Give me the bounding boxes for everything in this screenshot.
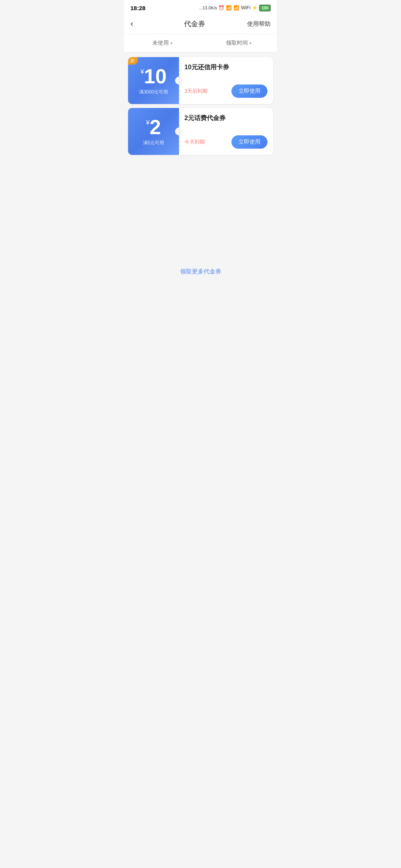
time-filter-chevron: ▾ <box>249 41 251 45</box>
coupon-amount-1: ¥ 10 <box>141 66 167 86</box>
coupon-condition-2: 满5元可用 <box>143 140 164 146</box>
coupon-title-1: 10元还信用卡券 <box>184 63 267 72</box>
status-time: 18:28 <box>130 5 145 11</box>
page-header: ‹ 代金券 使用帮助 <box>124 14 277 34</box>
coupon-currency-1: ¥ <box>141 68 144 75</box>
bottom-link-container: 领取更多代金券 <box>124 256 277 287</box>
status-filter[interactable]: 未使用 ▾ <box>124 40 200 47</box>
coupon-left-2: ¥ 2 满5元可用 <box>128 108 179 155</box>
wifi-icon: 📶 <box>233 5 239 11</box>
battery-indicator: 100 <box>259 5 271 11</box>
signal-icon: 📶 <box>226 5 232 11</box>
get-more-coupons-link[interactable]: 领取更多代金券 <box>180 268 221 275</box>
coupon-expire-2: 今天到期 <box>184 138 205 146</box>
coupon-bottom-1: 3天后到期 立即使用 <box>184 84 267 98</box>
coupon-right-1: 10元还信用卡券 3天后到期 立即使用 <box>179 57 273 104</box>
coupon-amount-2: ¥ 2 <box>146 117 161 137</box>
coupon-expire-1: 3天后到期 <box>184 88 208 95</box>
back-button[interactable]: ‹ <box>130 19 146 29</box>
status-icons: ...13.0K/s ⏰ 📶 📶 WiFi ⚡ 100 <box>199 5 271 11</box>
coupon-list: 新 ¥ 10 满3000元可用 10元还信用卡券 3天后到期 立即使用 <box>124 52 277 160</box>
status-filter-chevron: ▾ <box>170 41 172 45</box>
main-content: 新 ¥ 10 满3000元可用 10元还信用卡券 3天后到期 立即使用 <box>124 52 277 287</box>
new-badge-1: 新 <box>128 57 138 65</box>
coupon-use-btn-2[interactable]: 立即使用 <box>231 135 267 149</box>
coupon-number-2: 2 <box>150 117 161 137</box>
coupon-card-1: 新 ¥ 10 满3000元可用 10元还信用卡券 3天后到期 立即使用 <box>128 57 273 104</box>
coupon-card-2: ¥ 2 满5元可用 2元话费代金券 今天到期 立即使用 <box>128 108 273 155</box>
alarm-icon: ⏰ <box>219 5 224 11</box>
coupon-number-1: 10 <box>144 66 167 86</box>
coupon-condition-1: 满3000元可用 <box>139 89 168 95</box>
coupon-bottom-2: 今天到期 立即使用 <box>184 135 267 149</box>
page-title: 代金券 <box>146 19 243 29</box>
help-button[interactable]: 使用帮助 <box>243 20 271 28</box>
coupon-left-1: 新 ¥ 10 满3000元可用 <box>128 57 179 104</box>
status-bar: 18:28 ...13.0K/s ⏰ 📶 📶 WiFi ⚡ 100 <box>124 0 277 14</box>
coupon-currency-2: ¥ <box>146 119 150 126</box>
coupon-use-btn-1[interactable]: 立即使用 <box>231 84 267 98</box>
coupon-title-2: 2元话费代金券 <box>184 114 267 122</box>
charge-icon: ⚡ <box>252 5 258 11</box>
time-filter[interactable]: 领取时间 ▾ <box>200 40 277 47</box>
time-filter-label: 领取时间 <box>226 40 248 47</box>
network-speed: ...13.0K/s <box>199 5 217 10</box>
filter-bar: 未使用 ▾ 领取时间 ▾ <box>124 34 277 52</box>
status-filter-label: 未使用 <box>152 40 169 47</box>
coupon-right-2: 2元话费代金券 今天到期 立即使用 <box>179 108 273 155</box>
wifi-full-icon: WiFi <box>241 5 250 11</box>
